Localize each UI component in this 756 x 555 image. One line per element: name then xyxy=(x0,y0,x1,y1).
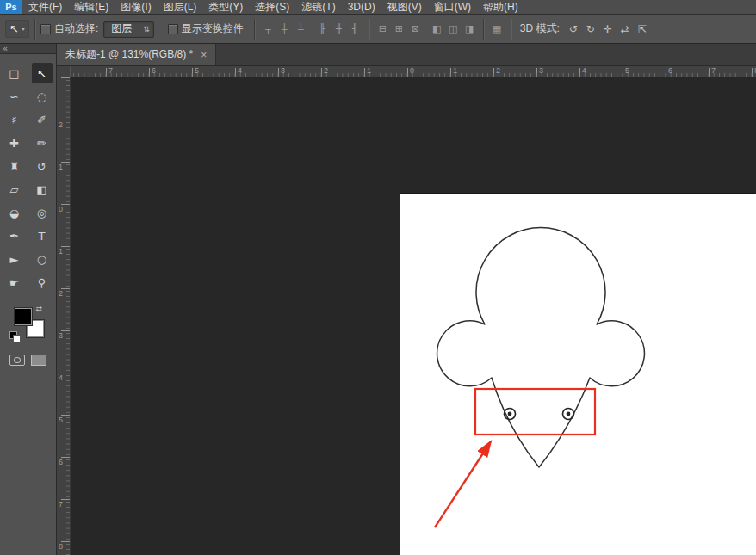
menu-item-view[interactable]: 视图(V) xyxy=(381,0,428,14)
menu-item-window[interactable]: 窗口(W) xyxy=(428,0,477,14)
distribute-horizontal-centers-button[interactable]: ◫ xyxy=(445,21,462,38)
auto-select-target-dropdown[interactable]: 图层 ⇅ xyxy=(103,21,154,38)
distribute-vertical-centers-button[interactable]: ⊞ xyxy=(391,21,407,38)
separator xyxy=(254,19,255,40)
3d-scale-button[interactable]: ⇱ xyxy=(634,21,651,38)
color-swatches: ⇄ xyxy=(9,305,47,344)
menu-item-select[interactable]: 选择(S) xyxy=(249,0,295,14)
document-tab-bar: 未标题-1 @ 131%(RGB/8) * × xyxy=(57,44,756,66)
menu-item-layer[interactable]: 图层(L) xyxy=(158,0,203,14)
left-eye-pupil xyxy=(508,412,512,416)
rectangular-marquee-tool[interactable]: □ xyxy=(4,63,25,83)
move-tool[interactable]: ↖ xyxy=(32,63,53,83)
viewport: 2 1 0 1 2 3 4 5 6 7 8 xyxy=(57,77,756,555)
eyedropper-icon: ✐ xyxy=(37,114,46,126)
distribute-left-edges-button[interactable]: ◧ xyxy=(429,21,445,38)
photoshop-window: Ps 文件(F) 编辑(E) 图像(I) 图层(L) 类型(Y) 选择(S) 滤… xyxy=(0,0,756,555)
blur-tool[interactable]: ◒ xyxy=(4,202,25,223)
vertical-ruler[interactable]: 2 1 0 1 2 3 4 5 6 7 8 xyxy=(57,77,71,555)
3d-slide-button[interactable]: ⇄ xyxy=(617,21,634,38)
auto-align-layers-button[interactable]: ▦ xyxy=(489,21,505,38)
menu-item-file[interactable]: 文件(F) xyxy=(22,0,68,14)
menu-item-filter[interactable]: 滤镜(T) xyxy=(295,0,341,14)
distribute-top-edges-button[interactable]: ⊟ xyxy=(375,21,391,38)
menu-item-3d[interactable]: 3D(D) xyxy=(342,0,381,14)
quick-selection-tool[interactable]: ◌ xyxy=(32,86,53,107)
spot-healing-brush-tool[interactable]: ✚ xyxy=(4,133,25,153)
options-bar: ↖ ▾ 自动选择: 图层 ⇅ 显示变换控件 ╤ ╪ ╧ ╟ ╫ ╢ ⊟ ⊞ ⊠ … xyxy=(0,15,756,44)
eyedropper-tool[interactable]: ✐ xyxy=(32,109,53,130)
ruler-label: 1 xyxy=(453,66,457,75)
updown-caret-icon: ⇅ xyxy=(139,25,150,34)
hand-tool[interactable]: ☛ xyxy=(4,272,25,293)
type-icon: T xyxy=(39,230,46,243)
lasso-tool[interactable]: ∽ xyxy=(4,86,25,107)
ruler-corner[interactable] xyxy=(57,66,71,77)
3d-rotate-button[interactable]: ↺ xyxy=(565,21,582,38)
align-horizontal-centers-button[interactable]: ╫ xyxy=(331,21,347,38)
ruler-label: 6 xyxy=(59,459,63,466)
main-area: « □ ↖ ∽ ◌ ♯ ✐ ✚ ✏ ♜ ↺ ▱ ◧ ◒ ◎ ✒ T ► ○ xyxy=(0,44,756,555)
distribute-right-edges-button[interactable]: ◨ xyxy=(462,21,478,38)
menu-item-help[interactable]: 帮助(H) xyxy=(477,0,524,14)
type-tool[interactable]: T xyxy=(32,225,53,246)
zoom-tool[interactable]: ⚲ xyxy=(32,272,53,293)
3d-roll-button[interactable]: ↻ xyxy=(582,21,599,38)
path-selection-tool[interactable]: ► xyxy=(4,249,25,269)
menu-item-type[interactable]: 类型(Y) xyxy=(202,0,249,14)
align-bottom-edges-button[interactable]: ╧ xyxy=(293,21,309,38)
align-vertical-centers-button[interactable]: ╪ xyxy=(276,21,293,38)
align-right-edges-button[interactable]: ╢ xyxy=(347,21,363,38)
show-transform-checkbox[interactable] xyxy=(168,24,178,34)
ruler-label: 2 xyxy=(59,290,63,298)
horizontal-ruler[interactable]: 7 6 5 4 3 2 1 0 1 2 3 4 5 6 7 8 xyxy=(71,66,756,77)
eraser-tool[interactable]: ▱ xyxy=(4,179,25,200)
align-top-edges-button[interactable]: ╤ xyxy=(260,21,276,38)
ruler-label: 4 xyxy=(582,66,586,75)
healing-brush-icon: ✚ xyxy=(9,137,19,150)
menu-item-image[interactable]: 图像(I) xyxy=(115,0,157,14)
crop-icon: ♯ xyxy=(11,114,16,126)
ellipse-icon: ○ xyxy=(37,253,46,266)
document-tab[interactable]: 未标题-1 @ 131%(RGB/8) * × xyxy=(57,44,216,65)
show-transform-label: 显示变换控件 xyxy=(182,22,244,36)
close-tab-icon[interactable]: × xyxy=(201,49,207,61)
document-canvas[interactable] xyxy=(400,194,756,555)
separator xyxy=(483,19,484,40)
collapse-panel-chevron-icon: « xyxy=(3,44,8,53)
move-icon: ↖ xyxy=(37,67,46,80)
dodge-tool[interactable]: ◎ xyxy=(32,202,53,223)
crop-tool[interactable]: ♯ xyxy=(4,109,25,130)
ruler-label: 6 xyxy=(152,66,156,75)
marquee-icon: □ xyxy=(9,67,19,80)
tool-list: □ ↖ ∽ ◌ ♯ ✐ ✚ ✏ ♜ ↺ ▱ ◧ ◒ ◎ ✒ T ► ○ ☛ ⚲ xyxy=(0,63,56,293)
distribute-bottom-edges-button[interactable]: ⊠ xyxy=(407,21,424,38)
ruler-label: 5 xyxy=(195,66,199,75)
ellipse-tool[interactable]: ○ xyxy=(32,249,53,269)
menu-item-edit[interactable]: 编辑(E) xyxy=(68,0,115,14)
ruler-label: 7 xyxy=(711,66,716,75)
ruler-label: 3 xyxy=(59,332,63,340)
quick-mask-mode-button[interactable] xyxy=(9,355,25,366)
document-area: 未标题-1 @ 131%(RGB/8) * × 7 6 5 4 3 2 1 0 … xyxy=(57,44,756,555)
align-left-edges-button[interactable]: ╟ xyxy=(314,21,331,38)
ruler-label: 1 xyxy=(367,66,371,75)
screen-mode-button[interactable] xyxy=(31,355,46,366)
tool-preset-picker[interactable]: ↖ ▾ xyxy=(5,20,29,38)
default-colors-icon[interactable] xyxy=(9,331,20,342)
brush-tool[interactable]: ✏ xyxy=(32,133,53,153)
pen-tool[interactable]: ✒ xyxy=(4,225,25,246)
eraser-icon: ▱ xyxy=(10,183,19,196)
gradient-tool[interactable]: ◧ xyxy=(32,179,53,200)
clone-stamp-tool[interactable]: ♜ xyxy=(4,156,25,176)
toolbar-grip[interactable]: « xyxy=(0,44,56,54)
toolbar-bottom xyxy=(0,355,56,366)
foreground-color-swatch[interactable] xyxy=(15,308,32,325)
3d-pan-button[interactable]: ✛ xyxy=(599,21,617,38)
ruler-label: 8 xyxy=(59,543,63,551)
auto-select-checkbox[interactable] xyxy=(40,24,51,34)
gradient-icon: ◧ xyxy=(36,183,46,196)
history-brush-tool[interactable]: ↺ xyxy=(32,156,53,176)
face-outline xyxy=(437,228,645,467)
swap-colors-icon[interactable]: ⇄ xyxy=(36,305,43,313)
